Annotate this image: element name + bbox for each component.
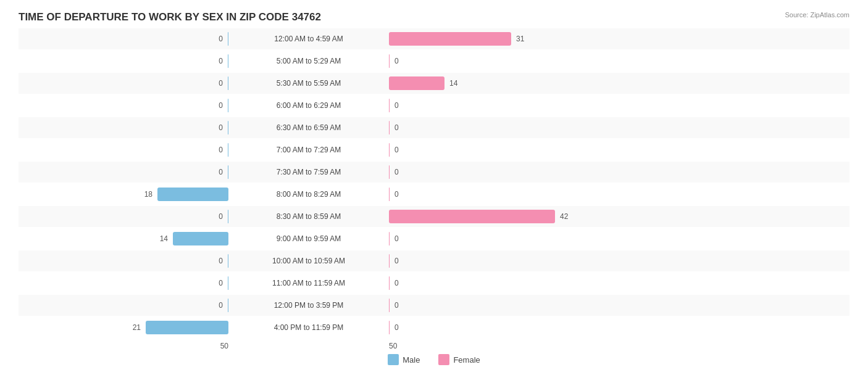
legend-male: Male [388,354,420,365]
female-value: 14 [449,79,457,88]
chart-row: 0 11:00 AM to 11:59 AM 0 [19,273,849,294]
male-bar-area: 0 [19,121,228,134]
chart-row: 0 7:00 AM to 7:29 AM 0 [19,139,849,160]
female-value: 0 [394,101,399,110]
time-label: 9:00 AM to 9:59 AM [228,234,389,243]
legend-male-label: Male [403,355,420,365]
female-value: 0 [394,123,399,132]
female-bar [389,188,390,201]
female-bar [389,54,390,68]
legend-female-label: Female [453,355,480,365]
female-value: 0 [394,279,399,287]
female-value: 0 [394,57,399,65]
chart-row: 0 6:30 AM to 6:59 AM 0 [19,117,849,138]
male-bar-area: 0 [19,76,228,90]
female-bar-area: 0 [389,165,599,179]
female-bar [389,254,390,268]
female-bar [389,76,444,90]
female-value: 0 [394,234,399,243]
male-bar-area: 0 [19,32,228,46]
legend-female: Female [438,354,480,365]
male-value: 0 [219,35,223,43]
female-bar-area: 0 [389,299,599,312]
male-value: 21 [133,323,141,332]
chart-row: 0 12:00 AM to 4:59 AM 31 [19,28,849,49]
male-value: 0 [219,79,223,88]
female-bar [389,143,390,157]
female-bar-area: 0 [389,99,599,112]
female-bar-area: 0 [389,188,599,201]
chart-row: 0 8:30 AM to 8:59 AM 42 [19,206,849,227]
male-value: 0 [219,279,223,287]
chart-row: 0 5:30 AM to 5:59 AM 14 [19,73,849,94]
time-label: 12:00 PM to 3:59 PM [228,301,389,310]
female-bar [389,232,390,245]
time-label: 5:00 AM to 5:29 AM [228,57,389,65]
male-value: 0 [219,168,223,176]
female-bar-area: 0 [389,54,599,68]
male-value: 0 [219,101,223,110]
axis-left-label: 50 [220,342,228,350]
male-bar-area: 14 [19,232,228,245]
time-label: 11:00 AM to 11:59 AM [228,279,389,287]
male-value: 0 [219,146,223,154]
male-value: 0 [219,57,223,65]
legend-female-box [438,354,449,365]
time-label: 10:00 AM to 10:59 AM [228,257,389,265]
female-bar-area: 0 [389,276,599,290]
male-bar-area: 0 [19,276,228,290]
male-bar-area: 0 [19,210,228,223]
female-bar-area: 0 [389,121,599,134]
female-value: 0 [394,323,399,332]
time-label: 8:00 AM to 8:29 AM [228,190,389,199]
female-bar [389,99,390,112]
male-bar-area: 0 [19,254,228,268]
female-bar-area: 0 [389,232,599,245]
chart-title: TIME OF DEPARTURE TO WORK BY SEX IN ZIP … [19,11,849,23]
male-bar-area: 0 [19,299,228,312]
female-value: 0 [394,257,399,265]
time-label: 8:30 AM to 8:59 AM [228,212,389,221]
female-value: 31 [516,35,524,43]
female-bar [389,32,511,46]
male-bar-area: 21 [19,321,228,334]
time-label: 5:30 AM to 5:59 AM [228,79,389,88]
female-bar [389,276,390,290]
male-value: 0 [219,257,223,265]
male-bar [173,232,228,245]
time-label: 4:00 PM to 11:59 PM [228,323,389,332]
chart-container: TIME OF DEPARTURE TO WORK BY SEX IN ZIP … [0,0,868,367]
female-bar [389,210,555,223]
female-bar-area: 14 [389,76,599,90]
male-value: 0 [219,212,223,221]
male-bar-area: 0 [19,143,228,157]
chart-row: 14 9:00 AM to 9:59 AM 0 [19,228,849,249]
axis-row: 50 50 [19,342,849,350]
female-bar-area: 42 [389,210,599,223]
female-value: 0 [394,168,399,176]
chart-row: 0 10:00 AM to 10:59 AM 0 [19,250,849,271]
male-bar-area: 0 [19,165,228,179]
female-bar [389,165,390,179]
chart-row: 0 12:00 PM to 3:59 PM 0 [19,295,849,316]
male-bar-area: 18 [19,188,228,201]
time-label: 6:30 AM to 6:59 AM [228,123,389,132]
chart-row: 0 7:30 AM to 7:59 AM 0 [19,162,849,183]
time-label: 7:00 AM to 7:29 AM [228,146,389,154]
female-value: 0 [394,190,399,199]
female-value: 0 [394,146,399,154]
female-bar-area: 0 [389,143,599,157]
female-bar-area: 0 [389,254,599,268]
male-bar-area: 0 [19,99,228,112]
axis-right-label: 50 [389,342,397,350]
chart-area: 0 12:00 AM to 4:59 AM 31 0 5:00 AM to 5:… [19,28,849,338]
female-bar [389,321,390,334]
chart-row: 21 4:00 PM to 11:59 PM 0 [19,317,849,338]
time-label: 7:30 AM to 7:59 AM [228,168,389,176]
male-value: 18 [144,190,152,199]
chart-row: 0 6:00 AM to 6:29 AM 0 [19,95,849,116]
male-value: 14 [160,234,168,243]
female-value: 42 [560,212,568,221]
source-label: Source: ZipAtlas.com [785,11,849,19]
legend-male-box [388,354,399,365]
